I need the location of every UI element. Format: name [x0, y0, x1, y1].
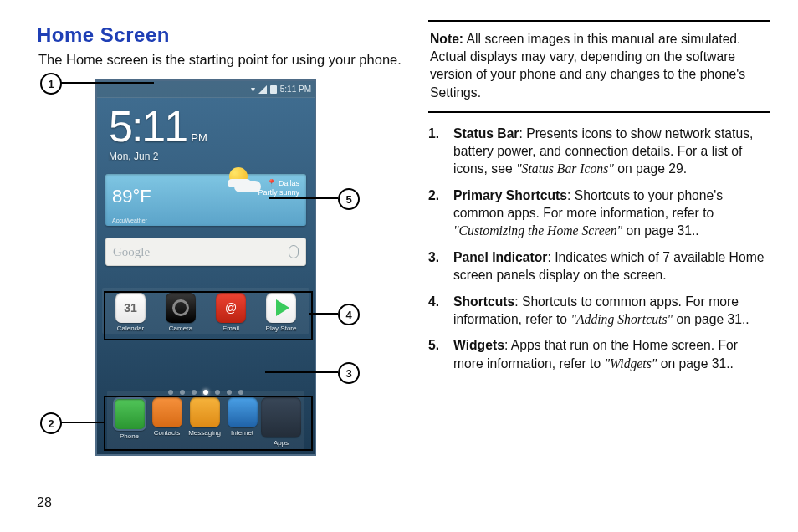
definition-item: 4.Shortcuts: Shortcuts to common apps. F…	[428, 293, 770, 329]
note-label: Note:	[430, 32, 463, 46]
phone-figure: 1 5 4 3 2 ▾ 5:11 PM	[95, 79, 405, 456]
item-body: Widgets: Apps that run on the Home scree…	[453, 336, 770, 372]
cloud-icon	[234, 181, 261, 192]
callout-5-line	[269, 197, 338, 199]
definition-item: 3.Panel Indicator: Indicates which of 7 …	[428, 248, 770, 284]
intro-text: The Home screen is the starting point fo…	[38, 52, 405, 68]
battery-icon	[270, 85, 277, 94]
search-brand: Google	[113, 245, 150, 259]
callout-2: 2	[40, 412, 62, 434]
weather-widget: 89°F 📍 Dallas Partly sunny AccuWeather	[105, 174, 306, 226]
status-time: 5:11 PM	[280, 84, 311, 94]
clock-ampm: PM	[191, 131, 207, 144]
definition-item: 2.Primary Shortcuts: Shortcuts to your p…	[428, 187, 770, 240]
definition-item: 1.Status Bar: Presents icons to show net…	[428, 125, 770, 178]
item-number: 3.	[428, 248, 445, 284]
wifi-icon: ▾	[251, 84, 255, 94]
item-body: Panel Indicator: Indicates which of 7 av…	[453, 248, 770, 284]
page-title: Home Screen	[37, 23, 405, 47]
callout-3: 3	[338, 362, 360, 384]
callout-2-box	[104, 396, 313, 451]
weather-brand: AccuWeather	[112, 217, 147, 223]
callout-1: 1	[40, 73, 62, 95]
definition-item: 5.Widgets: Apps that run on the Home scr…	[428, 336, 770, 372]
item-number: 1.	[428, 125, 445, 178]
mic-icon[interactable]	[289, 245, 299, 258]
note-block: Note: All screen images in this manual a…	[428, 30, 770, 113]
callout-3-line	[265, 371, 338, 373]
callout-2-line	[60, 422, 104, 423]
note-body: All screen images in this manual are sim…	[430, 32, 745, 100]
page-number: 28	[37, 495, 52, 510]
callout-4-box	[104, 291, 313, 340]
weather-condition: Partly sunny	[258, 188, 299, 197]
item-body: Shortcuts: Shortcuts to common apps. For…	[453, 293, 770, 329]
signal-icon	[258, 85, 267, 94]
item-body: Primary Shortcuts: Shortcuts to your pho…	[453, 187, 770, 240]
definitions-list: 1.Status Bar: Presents icons to show net…	[428, 125, 770, 372]
divider	[428, 20, 770, 22]
clock-widget: 5:11 PM Mon, Jun 2	[97, 98, 315, 162]
clock-date: Mon, Jun 2	[109, 151, 303, 162]
item-number: 5.	[428, 336, 445, 372]
callout-4: 4	[338, 304, 360, 325]
google-search-widget[interactable]: Google	[105, 238, 306, 266]
callout-4-line	[309, 313, 338, 315]
weather-location: 📍 Dallas	[258, 179, 299, 188]
item-number: 4.	[428, 293, 445, 329]
item-number: 2.	[428, 187, 445, 240]
callout-1-line	[60, 82, 154, 84]
status-bar: ▾ 5:11 PM	[97, 81, 315, 98]
item-body: Status Bar: Presents icons to show netwo…	[453, 125, 770, 178]
clock-time: 5:11	[109, 105, 187, 148]
callout-5: 5	[338, 188, 360, 210]
